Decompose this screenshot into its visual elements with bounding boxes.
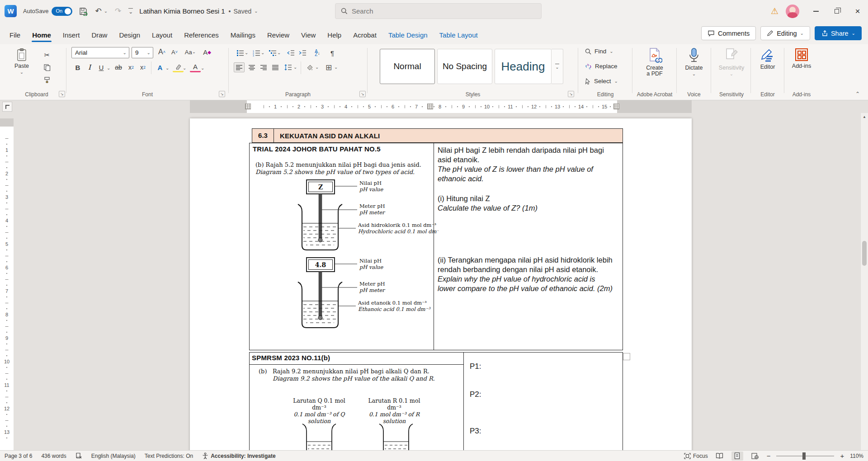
align-right-button[interactable] [258, 62, 269, 72]
dictate-button[interactable]: Dictate ⌄ [683, 47, 705, 76]
tab-mailings[interactable]: Mailings [225, 25, 261, 44]
style-normal[interactable]: Normal [380, 49, 435, 84]
create-pdf-button[interactable]: Create a PDF [641, 47, 668, 77]
document-canvas[interactable]: 6.3 KEKUATAN ASID DAN ALKALI TRIAL 2024 … [14, 113, 860, 450]
cut-button[interactable]: ✂ [42, 50, 52, 60]
question-1-right-column[interactable]: Nilai pH bagi Z lebih rendah daripada ni… [438, 146, 615, 213]
horizontal-ruler[interactable]: 123456789101112131415 [0, 100, 868, 113]
tab-table-design[interactable]: Table Design [382, 25, 434, 44]
minimize-button[interactable] [806, 0, 826, 22]
question-ii-block[interactable]: (ii) Terangkan mengapa nilai pH asid hid… [438, 255, 615, 293]
chevron-down-icon[interactable]: ⌄ [334, 65, 338, 70]
bullets-button[interactable] [235, 48, 245, 58]
scroll-up-arrow[interactable]: ▲ [861, 115, 868, 119]
proofing-errors-icon[interactable] [75, 452, 82, 459]
highlight-color-button[interactable] [173, 62, 184, 72]
tab-acrobat[interactable]: Acrobat [347, 25, 382, 44]
sensitivity-button[interactable]: Sensitivity ⌄ [717, 47, 746, 76]
chevron-down-icon[interactable]: ⌄ [261, 51, 264, 55]
user-avatar[interactable] [786, 5, 799, 18]
quick-access-overflow-button[interactable]: ⌄ [128, 8, 133, 14]
tab-table-layout[interactable]: Table Layout [434, 25, 484, 44]
document-page[interactable]: 6.3 KEKUATAN ASID DAN ALKALI TRIAL 2024 … [190, 118, 692, 450]
word-count[interactable]: 436 words [41, 453, 66, 459]
word-logo-icon[interactable]: W [5, 5, 17, 17]
zoom-in-button[interactable]: + [840, 452, 844, 460]
chevron-down-icon[interactable]: ⌄ [201, 66, 204, 71]
grow-font-button[interactable]: A˄ [156, 47, 167, 57]
save-icon[interactable] [79, 7, 88, 16]
accessibility-status[interactable]: Accessibility: Investigate [202, 452, 275, 459]
subscript-button[interactable]: x2 [126, 62, 137, 72]
chevron-down-icon[interactable]: ⌄ [107, 66, 110, 71]
select-button[interactable]: Select ⌄ [585, 78, 618, 85]
document-title[interactable]: Latihan Kimia Borneo Sesi 1 [139, 7, 225, 15]
decrease-indent-button[interactable] [285, 48, 296, 58]
copy-button[interactable] [42, 62, 52, 72]
chevron-down-icon[interactable]: ⌄ [293, 65, 297, 70]
underline-button[interactable]: U [96, 62, 107, 72]
search-input[interactable] [352, 7, 524, 15]
table-column-marker[interactable] [427, 103, 433, 109]
web-layout-button[interactable] [749, 452, 761, 461]
text-predictions[interactable]: Text Predictions: On [145, 453, 193, 459]
zoom-out-button[interactable]: − [767, 452, 771, 460]
styles-dialog-launcher[interactable]: ↘ [568, 91, 574, 97]
language-indicator[interactable]: English (Malaysia) [91, 453, 136, 459]
read-mode-button[interactable] [714, 452, 726, 461]
tab-home[interactable]: Home [26, 25, 57, 44]
bold-button[interactable]: B [72, 62, 83, 72]
strikethrough-button[interactable]: ab [113, 62, 124, 72]
table-column-marker[interactable] [613, 103, 619, 109]
warning-icon[interactable]: ⚠ [771, 6, 778, 16]
addins-button[interactable]: Add-ins [789, 47, 814, 69]
justify-button[interactable] [270, 62, 281, 72]
vertical-ruler[interactable]: 12345678910111213 [0, 113, 14, 450]
table-column-marker[interactable] [245, 103, 251, 109]
font-dialog-launcher[interactable]: ↘ [219, 91, 225, 97]
tab-review[interactable]: Review [261, 25, 295, 44]
shading-button[interactable] [304, 62, 315, 72]
share-button[interactable]: Share ⌄ [815, 26, 862, 40]
style-heading[interactable]: Heading [495, 49, 552, 84]
autosave-control[interactable]: AutoSave On [23, 7, 72, 16]
align-left-button[interactable] [234, 62, 245, 72]
replace-button[interactable]: bc Replace [585, 63, 618, 70]
font-size-select[interactable]: 9 ⌄ [132, 47, 153, 58]
collapse-ribbon-button[interactable]: ⌃ [855, 91, 860, 97]
increase-indent-button[interactable] [297, 48, 308, 58]
superscript-button[interactable]: x2 [137, 62, 148, 72]
tab-design[interactable]: Design [113, 25, 146, 44]
chevron-down-icon[interactable]: ⌄ [165, 66, 169, 71]
tab-stop-selector[interactable] [2, 102, 12, 112]
text-effects-button[interactable]: A [155, 62, 165, 72]
chevron-down-icon[interactable]: ⌄ [183, 66, 186, 71]
tab-file[interactable]: File [4, 25, 26, 44]
undo-button[interactable]: ↶ ⌄ [95, 7, 108, 15]
font-family-select[interactable]: Arial ⌄ [71, 47, 129, 58]
line-spacing-button[interactable] [283, 62, 293, 72]
search-box[interactable] [335, 3, 542, 19]
show-formatting-button[interactable]: ¶ [327, 48, 338, 58]
tab-view[interactable]: View [295, 25, 321, 44]
chevron-down-icon[interactable]: ⌄ [315, 65, 319, 70]
restore-button[interactable] [826, 0, 847, 22]
format-painter-button[interactable] [42, 75, 52, 85]
zoom-slider[interactable] [776, 456, 834, 456]
zoom-slider-thumb[interactable] [802, 452, 806, 460]
clear-formatting-button[interactable]: A◆ [202, 47, 212, 57]
saved-status[interactable]: Saved [234, 8, 252, 15]
shrink-font-button[interactable]: A˅ [169, 47, 180, 57]
page-indicator[interactable]: Page 3 of 6 [5, 453, 32, 459]
style-no-spacing[interactable]: No Spacing [437, 49, 492, 84]
section-header-row[interactable]: 6.3 KEKUATAN ASID DAN ALKALI [252, 128, 623, 143]
font-color-button[interactable]: A [190, 62, 201, 72]
editor-button[interactable]: Editor [756, 47, 779, 70]
scrollbar-thumb[interactable] [862, 241, 867, 266]
tab-references[interactable]: References [178, 25, 225, 44]
tab-insert[interactable]: Insert [57, 25, 86, 44]
close-button[interactable]: × [847, 0, 868, 22]
styles-gallery-more[interactable]: ⌄ [552, 49, 563, 84]
redo-button[interactable]: ↷ [115, 7, 121, 15]
table-resize-handle[interactable] [623, 353, 630, 360]
